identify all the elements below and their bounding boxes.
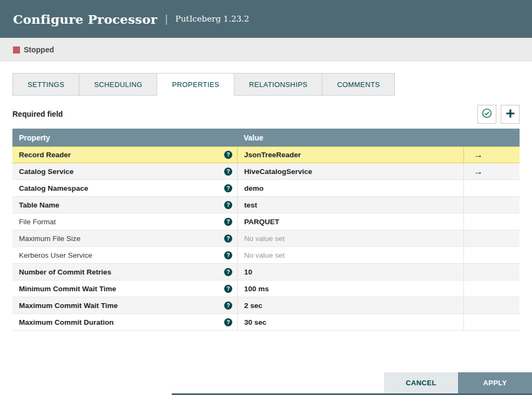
dialog-title: Configure Processor bbox=[13, 12, 157, 26]
actions-cell bbox=[463, 280, 520, 297]
column-header-value: Value bbox=[237, 133, 463, 142]
properties-toolbar: Required field bbox=[12, 104, 520, 124]
property-row[interactable]: Catalog Namespace ? demo bbox=[12, 180, 520, 197]
properties-table: Property Value Record Reader ? JsonTreeR… bbox=[12, 129, 520, 331]
add-property-button[interactable] bbox=[501, 105, 520, 124]
value-cell[interactable]: No value set bbox=[237, 230, 463, 246]
stopped-icon bbox=[13, 46, 20, 53]
property-cell: Maximum File Size ? bbox=[12, 230, 237, 246]
processor-name-version: PutIceberg 1.23.2 bbox=[176, 14, 250, 24]
actions-cell bbox=[463, 297, 520, 313]
help-icon: ? bbox=[224, 251, 232, 259]
verify-properties-button[interactable] bbox=[477, 105, 496, 124]
property-name: Catalog Namespace bbox=[19, 184, 88, 192]
property-row[interactable]: File Format ? PARQUET bbox=[12, 213, 520, 230]
property-value: HiveCatalogService bbox=[244, 168, 312, 176]
actions-cell bbox=[463, 213, 520, 230]
value-cell[interactable]: HiveCatalogService bbox=[237, 163, 463, 179]
actions-cell bbox=[463, 197, 520, 213]
property-cell: Maximum Commit Duration ? bbox=[12, 314, 237, 330]
value-cell[interactable]: 2 sec bbox=[237, 297, 463, 313]
value-cell[interactable]: demo bbox=[237, 180, 463, 196]
property-name: Catalog Service bbox=[19, 168, 73, 176]
tab-properties[interactable]: PROPERTIES bbox=[157, 73, 234, 96]
property-row[interactable]: Number of Commit Retries ? 10 bbox=[12, 264, 520, 280]
value-cell[interactable]: 30 sec bbox=[237, 314, 463, 330]
property-cell: Catalog Service ? bbox=[12, 163, 237, 179]
tab-scheduling[interactable]: SCHEDULING bbox=[79, 73, 157, 96]
property-value: No value set bbox=[244, 251, 285, 259]
help-icon: ? bbox=[224, 184, 232, 192]
help-icon: ? bbox=[224, 218, 232, 226]
dialog-header: Configure Processor | PutIceberg 1.23.2 bbox=[0, 0, 532, 38]
property-row[interactable]: Maximum Commit Wait Time ? 2 sec bbox=[12, 297, 520, 314]
tab-comments[interactable]: COMMENTS bbox=[322, 73, 395, 96]
configure-processor-dialog: Configure Processor | PutIceberg 1.23.2 … bbox=[0, 0, 532, 395]
actions-cell bbox=[463, 264, 520, 280]
property-row[interactable]: Record Reader ? JsonTreeReader → bbox=[12, 146, 520, 163]
property-value: JsonTreeReader bbox=[244, 151, 301, 159]
property-value: 100 ms bbox=[244, 285, 269, 293]
tab-bar: SETTINGS SCHEDULING PROPERTIES RELATIONS… bbox=[12, 73, 520, 96]
value-cell[interactable]: 100 ms bbox=[237, 280, 463, 297]
toolbar-buttons bbox=[477, 105, 520, 124]
status-label: Stopped bbox=[24, 45, 54, 54]
tab-settings[interactable]: SETTINGS bbox=[12, 73, 79, 96]
help-icon: ? bbox=[224, 151, 232, 159]
property-name: Maximum File Size bbox=[19, 235, 80, 243]
go-to-service-icon[interactable]: → bbox=[474, 167, 483, 176]
property-row[interactable]: Maximum Commit Duration ? 30 sec bbox=[12, 314, 520, 331]
dialog-footer: CANCEL APPLY bbox=[384, 372, 532, 393]
property-row[interactable]: Kerberos User Service ? No value set bbox=[12, 247, 520, 264]
property-cell: Kerberos User Service ? bbox=[12, 247, 237, 263]
title-separator: | bbox=[165, 12, 167, 25]
tab-label: SCHEDULING bbox=[94, 81, 142, 89]
help-icon: ? bbox=[224, 302, 232, 310]
property-row[interactable]: Minimum Commit Wait Time ? 100 ms bbox=[12, 280, 520, 297]
property-row[interactable]: Catalog Service ? HiveCatalogService → bbox=[12, 163, 520, 180]
property-value: 30 sec bbox=[244, 318, 266, 326]
apply-button[interactable]: APPLY bbox=[458, 372, 532, 393]
property-row[interactable]: Table Name ? test bbox=[12, 197, 520, 213]
actions-cell bbox=[463, 180, 520, 196]
property-value: PARQUET bbox=[244, 218, 279, 226]
table-header-row: Property Value bbox=[12, 129, 520, 146]
tab-label: PROPERTIES bbox=[172, 81, 219, 89]
property-name: File Format bbox=[19, 218, 56, 226]
property-cell: Record Reader ? bbox=[12, 147, 237, 163]
actions-cell bbox=[463, 314, 520, 330]
help-icon: ? bbox=[224, 235, 232, 243]
help-icon: ? bbox=[224, 168, 232, 176]
status-bar: Stopped bbox=[0, 38, 532, 62]
actions-cell bbox=[463, 230, 520, 246]
go-to-service-icon[interactable]: → bbox=[474, 150, 483, 159]
help-icon: ? bbox=[224, 285, 232, 293]
property-value: test bbox=[244, 201, 257, 209]
dialog-content: SETTINGS SCHEDULING PROPERTIES RELATIONS… bbox=[0, 73, 532, 331]
value-cell[interactable]: No value set bbox=[237, 247, 463, 263]
tab-relationships[interactable]: RELATIONSHIPS bbox=[234, 73, 322, 96]
property-name: Table Name bbox=[19, 201, 59, 209]
column-header-property: Property bbox=[12, 133, 237, 142]
value-cell[interactable]: PARQUET bbox=[237, 213, 463, 230]
help-icon: ? bbox=[224, 201, 232, 209]
cancel-button[interactable]: CANCEL bbox=[384, 372, 458, 393]
actions-cell: → bbox=[463, 163, 520, 179]
property-name: Minimum Commit Wait Time bbox=[19, 285, 116, 293]
help-icon: ? bbox=[224, 318, 232, 326]
value-cell[interactable]: JsonTreeReader bbox=[237, 147, 463, 163]
property-cell: Maximum Commit Wait Time ? bbox=[12, 297, 237, 313]
actions-cell bbox=[463, 247, 520, 263]
property-name: Maximum Commit Wait Time bbox=[19, 302, 118, 310]
property-cell: Minimum Commit Wait Time ? bbox=[12, 280, 237, 297]
property-cell: Number of Commit Retries ? bbox=[12, 264, 237, 280]
actions-cell: → bbox=[463, 147, 520, 163]
property-row[interactable]: Maximum File Size ? No value set bbox=[12, 230, 520, 247]
property-cell: Catalog Namespace ? bbox=[12, 180, 237, 196]
value-cell[interactable]: test bbox=[237, 197, 463, 213]
property-name: Kerberos User Service bbox=[19, 251, 92, 259]
value-cell[interactable]: 10 bbox=[237, 264, 463, 280]
check-circle-icon bbox=[482, 108, 492, 120]
property-name: Record Reader bbox=[19, 151, 71, 159]
property-name: Number of Commit Retries bbox=[19, 268, 111, 276]
